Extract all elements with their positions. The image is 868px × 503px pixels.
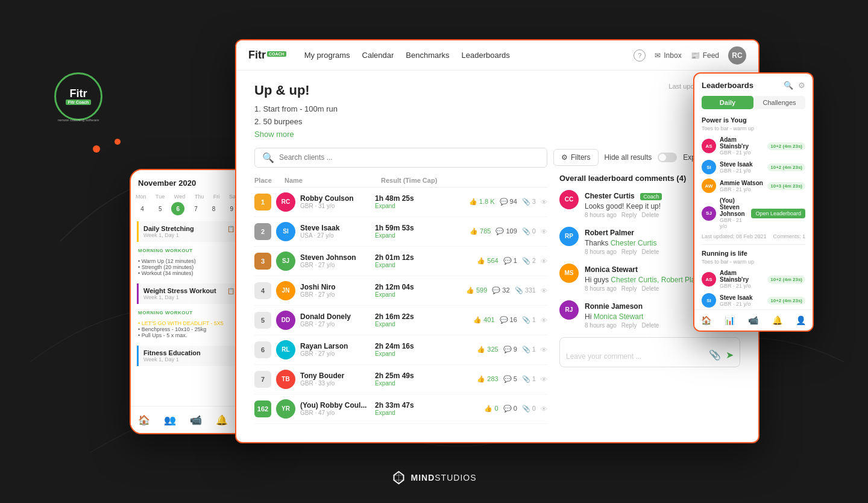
user-avatar[interactable]: RC xyxy=(728,46,746,65)
lb-avatar-2: SI xyxy=(702,160,716,174)
mobile-workout-meta-1: Week 1, Day 1 xyxy=(143,232,250,238)
athlete-meta: GBR · 27 y/o xyxy=(300,350,348,357)
athlete-name: Steve Isaak xyxy=(300,224,339,232)
result-expand[interactable]: Expand xyxy=(375,203,441,209)
reply-btn-2[interactable]: Reply xyxy=(621,248,637,255)
mindstudios-branding: MIND STUDIOS xyxy=(391,470,476,485)
search-input-wrap[interactable]: 🔍 xyxy=(254,148,547,168)
reply-btn-1[interactable]: Reply xyxy=(621,212,637,218)
filter-icon: ⚙ xyxy=(561,153,568,162)
table-rows: 1 RC Robby Coulson GBR · 31 y/o 1h 48m 2… xyxy=(254,188,547,424)
athlete-result: 1h 59m 53s Expand xyxy=(375,224,441,239)
result-time: 2h 24m 16s xyxy=(375,342,441,350)
mobile-nav-home[interactable]: 🏠 xyxy=(138,414,150,426)
mobile-date-4[interactable]: 4 xyxy=(136,202,149,215)
mobile-nav-video[interactable]: 📹 xyxy=(190,414,202,426)
result-expand[interactable]: Expand xyxy=(375,291,441,298)
comment-avatar-3: MS xyxy=(559,264,579,283)
result-expand[interactable]: Expand xyxy=(375,232,441,239)
hide-results-btn[interactable]: Hide all results xyxy=(605,153,652,162)
view-icon: 👁 xyxy=(541,198,547,206)
lb-section1-title: Power is Youg xyxy=(702,116,805,124)
nav-link-leaderboards[interactable]: Leaderboards xyxy=(462,51,510,60)
athlete-name: Robby Coulson xyxy=(300,194,354,203)
search-input[interactable] xyxy=(279,153,539,162)
nav-link-programs[interactable]: My programs xyxy=(304,51,350,60)
reply-btn-4[interactable]: Reply xyxy=(621,322,637,329)
inbox-btn[interactable]: ✉ Inbox xyxy=(655,51,681,60)
mobile-workout-meta-2: Week 1, Day 1 xyxy=(143,294,250,300)
col-result-header: Result (Time Cap) xyxy=(381,177,459,184)
lb-nav-profile[interactable]: 👤 xyxy=(796,315,806,325)
nav-link-benchmarks[interactable]: Benchmarks xyxy=(406,51,449,60)
delete-btn-1[interactable]: Delete xyxy=(641,212,659,218)
lb-section2-title: Running is life xyxy=(702,250,805,257)
comment-input-icons: 📎 ➤ xyxy=(709,349,734,361)
mobile-nav-bell[interactable]: 🔔 xyxy=(216,414,228,426)
mobile-date-8[interactable]: 8 xyxy=(207,202,221,215)
comment-time-4: 8 hours ago xyxy=(585,322,617,329)
rank-badge: 7 xyxy=(254,371,271,388)
send-icon[interactable]: ➤ xyxy=(726,349,734,361)
athlete-meta: GBR · 27 y/o xyxy=(300,321,351,327)
mobile-workout-title-2: Weight Stress Workout 📋 👤 + xyxy=(143,287,250,294)
view-icon: 👁 xyxy=(541,258,547,265)
row-stats: 👍 0 💬 0 📎 0 👁 xyxy=(484,405,547,413)
lb-last-updated: Last updated: 08 Feb 2021 xyxy=(702,233,767,239)
lb-athlete-row-3: AW Ammie Watson GBR · 21 y/o 10+3 (4m 23… xyxy=(702,179,805,193)
athlete-info: Tony Bouder GBR · 33 y/o xyxy=(300,372,344,387)
table-row: 162 YR (You) Robby Coul... GBR · 47 y/o … xyxy=(254,394,547,424)
comment-count: 💬 5 xyxy=(503,375,517,383)
athlete-avatar: TB xyxy=(276,370,295,389)
athlete-meta: GBR · 31 y/o xyxy=(300,203,354,209)
result-expand[interactable]: Expand xyxy=(375,410,441,416)
result-expand[interactable]: Expand xyxy=(375,262,441,268)
view-icon: 👁 xyxy=(541,287,547,294)
athlete-result: 2h 12m 04s Expand xyxy=(375,283,441,298)
comment-time-3: 8 hours ago xyxy=(585,285,617,292)
mobile-date-7[interactable]: 7 xyxy=(189,202,203,215)
delete-btn-4[interactable]: Delete xyxy=(641,322,659,329)
comment-avatar-4: RJ xyxy=(559,300,579,320)
show-more-btn[interactable]: Show more xyxy=(254,130,740,139)
lb-nav-home[interactable]: 🏠 xyxy=(701,315,711,325)
result-expand[interactable]: Expand xyxy=(375,380,441,387)
nav-links: My programs Calendar Benchmarks Leaderbo… xyxy=(304,51,634,60)
reply-btn-3[interactable]: Reply xyxy=(621,285,637,292)
nav-link-calendar[interactable]: Calendar xyxy=(362,51,394,60)
mobile-nav-users[interactable]: 👥 xyxy=(164,414,176,426)
athlete-avatar: SJ xyxy=(276,252,295,271)
delete-btn-3[interactable]: Delete xyxy=(641,285,659,292)
feed-btn[interactable]: 📰 Feed xyxy=(691,51,719,60)
lb-tab-daily[interactable]: Daily xyxy=(702,96,753,109)
mobile-date-6[interactable]: 6 xyxy=(171,202,184,215)
attach-icon[interactable]: 📎 xyxy=(709,349,721,361)
row-stats: 👍 283 💬 5 📎 1 👁 xyxy=(477,375,547,383)
clip-count: 📎 0 xyxy=(522,227,536,235)
open-leaderboard-btn[interactable]: Open Leaderboard xyxy=(751,209,805,218)
lb-nav-bell[interactable]: 🔔 xyxy=(772,315,782,325)
lb-nav-video[interactable]: 📹 xyxy=(748,315,758,325)
clip-count: 📎 331 xyxy=(515,286,536,294)
mobile-date-5[interactable]: 5 xyxy=(154,202,167,215)
lb-nav-chart[interactable]: 📊 xyxy=(725,315,735,325)
lb-tab-challenges[interactable]: Challenges xyxy=(753,96,805,109)
result-expand[interactable]: Expand xyxy=(375,321,441,327)
view-icon: 👁 xyxy=(541,346,547,353)
comment-input-area[interactable]: Leave your comment ... 📎 ➤ xyxy=(559,337,740,367)
result-expand[interactable]: Expand xyxy=(375,350,441,357)
lb-avatar-5: AS xyxy=(702,272,716,286)
athlete-avatar: RL xyxy=(276,340,295,359)
help-icon[interactable]: ? xyxy=(634,49,646,62)
main-browser-window: Fitr COACH My programs Calendar Benchmar… xyxy=(235,39,760,443)
comment-count: 💬 109 xyxy=(495,227,517,235)
lb-search-icon[interactable]: 🔍 xyxy=(784,81,793,90)
toggle-switch[interactable] xyxy=(658,153,677,162)
workout-desc2: 2. 50 burpees xyxy=(254,116,740,128)
filters-btn[interactable]: ⚙ Filters xyxy=(553,149,599,166)
rank-badge: 5 xyxy=(254,312,271,329)
coach-badge: Coach xyxy=(640,193,662,200)
lb-avatar-6: SI xyxy=(702,293,716,308)
lb-filter-icon[interactable]: ⚙ xyxy=(798,81,805,90)
delete-btn-2[interactable]: Delete xyxy=(641,248,659,255)
